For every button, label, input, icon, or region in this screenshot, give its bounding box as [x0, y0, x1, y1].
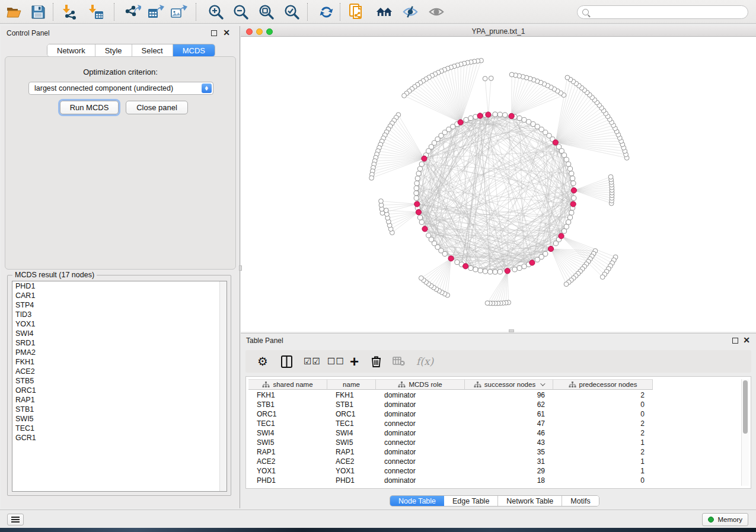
- mcds-result-item[interactable]: TID3: [12, 310, 227, 319]
- table-row[interactable]: STB1STB1dominator620: [248, 400, 653, 409]
- search-box[interactable]: [577, 5, 748, 19]
- table-cell: RAP1: [248, 447, 327, 457]
- mcds-result-item[interactable]: SWI4: [12, 329, 227, 338]
- import-table-file-icon[interactable]: [88, 4, 104, 20]
- tab-edge-table[interactable]: Edge Table: [444, 496, 498, 506]
- task-history-button[interactable]: [7, 514, 24, 525]
- table-scrollbar[interactable]: [741, 379, 749, 486]
- table-cell: RAP1: [327, 447, 376, 457]
- zoom-in-icon[interactable]: [208, 4, 224, 20]
- zoom-fit-content-icon[interactable]: [258, 4, 275, 20]
- export-network-icon[interactable]: [125, 4, 141, 20]
- tab-motifs[interactable]: Motifs: [562, 496, 598, 506]
- table-row[interactable]: RAP1RAP1dominator352: [248, 447, 653, 457]
- table-cell: 2: [553, 419, 653, 428]
- delete-columns-icon[interactable]: [371, 353, 381, 370]
- mcds-result-item[interactable]: YOX1: [12, 319, 227, 329]
- mcds-result-item[interactable]: STB5: [12, 376, 227, 386]
- tab-select[interactable]: Select: [132, 44, 173, 56]
- control-panel: Control Panel ✕ NetworkStyleSelectMCDS O…: [1, 26, 240, 508]
- table-cell: dominator: [376, 409, 465, 419]
- column-header-name[interactable]: name: [327, 380, 376, 390]
- table-row[interactable]: SWI4SWI4dominator462: [248, 428, 653, 438]
- mcds-result-item[interactable]: GCR1: [12, 433, 227, 443]
- mcds-result-item[interactable]: FKH1: [12, 357, 227, 367]
- mcds-tab-content: Optimization criterion: largest connecte…: [5, 56, 236, 270]
- open-session-icon[interactable]: [6, 4, 23, 20]
- mcds-result-item[interactable]: STP4: [12, 300, 227, 310]
- column-header-predecessor-nodes[interactable]: predecessor nodes: [553, 380, 653, 390]
- table-row[interactable]: FKH1FKH1dominator962: [248, 390, 653, 400]
- table-mode-icon[interactable]: ⚙: [257, 353, 268, 370]
- table-scrollbar-thumb[interactable]: [743, 380, 748, 434]
- mcds-result-item[interactable]: STB1: [12, 405, 227, 414]
- mcds-result-item[interactable]: CAR1: [12, 291, 227, 300]
- table-toolbar: ⚙ ☑☑ ☐☐ + f(x): [245, 350, 751, 373]
- table-cell: dominator: [376, 400, 465, 409]
- hide-selected-icon[interactable]: [402, 4, 419, 20]
- delete-table-icon[interactable]: [393, 353, 405, 370]
- float-panel-icon[interactable]: [211, 30, 217, 36]
- tab-style[interactable]: Style: [95, 44, 132, 56]
- run-mcds-button[interactable]: Run MCDS: [60, 101, 119, 114]
- column-header-MCDS-role[interactable]: MCDS role: [376, 380, 465, 390]
- table-row[interactable]: PHD1PHD1dominator180: [248, 476, 653, 485]
- search-input[interactable]: [592, 8, 728, 17]
- mcds-result-item[interactable]: ACE2: [12, 367, 227, 376]
- function-builder-icon[interactable]: f(x): [416, 353, 433, 370]
- zoom-out-icon[interactable]: [232, 4, 249, 20]
- close-panel-button[interactable]: Close panel: [126, 101, 188, 114]
- mcds-result-item[interactable]: SRD1: [12, 338, 227, 348]
- column-header-shared-name[interactable]: shared name: [248, 380, 327, 390]
- table-tabs: Node TableEdge TableNetwork TableMotifs: [390, 495, 599, 507]
- create-column-icon[interactable]: +: [350, 353, 359, 370]
- show-hide-columns-icon[interactable]: [281, 353, 292, 370]
- close-panel-icon[interactable]: ✕: [223, 28, 230, 37]
- first-neighbors-icon[interactable]: [376, 4, 393, 20]
- mcds-result-list[interactable]: PHD1CAR1STP4TID3YOX1SWI4SRD1PMA2FKH1ACE2…: [12, 281, 227, 492]
- mcds-result-item[interactable]: PMA2: [12, 348, 227, 357]
- tab-node-table[interactable]: Node Table: [390, 496, 444, 506]
- apply-layout-icon[interactable]: [318, 4, 334, 20]
- export-image-icon[interactable]: [171, 4, 187, 20]
- table-row[interactable]: ACE2ACE2connector311: [248, 457, 653, 466]
- save-session-icon[interactable]: [30, 4, 46, 20]
- table-row[interactable]: YOX1YOX1connector291: [248, 466, 653, 476]
- vertical-splitter-handle[interactable]: [239, 265, 242, 271]
- show-all-icon[interactable]: [428, 4, 445, 20]
- mcds-result-item[interactable]: TEC1: [12, 424, 227, 433]
- table-panel-title: Table Panel: [246, 336, 283, 345]
- network-window-titlebar[interactable]: YPA_prune.txt_1: [241, 26, 756, 37]
- optimization-criterion-select[interactable]: largest connected component (undirected)…: [28, 82, 213, 95]
- memory-button[interactable]: Memory: [702, 513, 748, 526]
- mcds-list-scrollbar[interactable]: [219, 281, 227, 491]
- zoom-selected-icon[interactable]: [283, 4, 300, 20]
- table-row[interactable]: ORC1ORC1dominator610: [248, 409, 653, 419]
- network-from-selection-icon[interactable]: [349, 4, 365, 20]
- column-header-successor-nodes[interactable]: successor nodes: [465, 380, 553, 390]
- deselect-all-icon[interactable]: ☐☐: [327, 353, 344, 370]
- close-panel-icon[interactable]: ✕: [743, 335, 750, 345]
- table-panel: Table Panel ✕ ⚙ ☑☑ ☐☐ + f(x): [241, 333, 756, 508]
- control-panel-tabs: NetworkStyleSelectMCDS: [47, 44, 215, 57]
- float-panel-icon[interactable]: [732, 338, 738, 344]
- horizontal-splitter-handle[interactable]: [509, 329, 514, 332]
- table-cell: 0: [553, 400, 653, 409]
- export-table-icon[interactable]: [148, 4, 164, 20]
- table-cell: 29: [465, 466, 553, 476]
- mcds-result-item[interactable]: SWI5: [12, 414, 227, 424]
- mcds-result-item[interactable]: PHD1: [12, 281, 227, 291]
- mcds-result-group: MCDS result (17 nodes) PHD1CAR1STP4TID3Y…: [7, 275, 231, 496]
- tab-network[interactable]: Network: [47, 44, 95, 56]
- table-cell: 2: [553, 390, 653, 400]
- mcds-result-item[interactable]: ORC1: [12, 386, 227, 395]
- table-cell: PHD1: [248, 476, 327, 485]
- network-graph-canvas[interactable]: [241, 37, 756, 332]
- table-row[interactable]: TEC1TEC1connector472: [248, 419, 653, 428]
- tab-network-table[interactable]: Network Table: [498, 496, 562, 506]
- select-all-icon[interactable]: ☑☑: [304, 353, 321, 370]
- import-network-file-icon[interactable]: [62, 4, 78, 20]
- table-row[interactable]: SWI5SWI5connector431: [248, 438, 653, 447]
- tab-mcds[interactable]: MCDS: [173, 44, 215, 56]
- mcds-result-item[interactable]: RAP1: [12, 395, 227, 405]
